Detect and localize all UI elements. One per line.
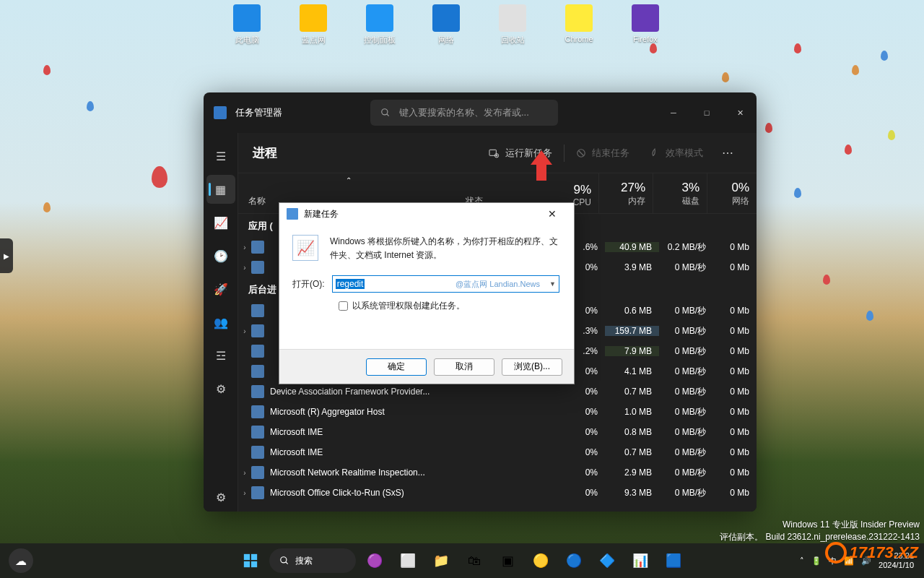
- network-cell: 0 Mb: [713, 366, 757, 376]
- network-cell: 0 Mb: [713, 427, 757, 437]
- svg-line-1: [387, 114, 389, 116]
- memory-cell: 1.0 MB: [605, 407, 659, 417]
- search-box[interactable]: 键入要搜索的名称、发布者或...: [370, 100, 558, 126]
- desktop-icon[interactable]: Firefox: [622, 4, 668, 46]
- taskbar: ☁ 搜索 🟣 ⬜ 📁 🛍 ▣ 🟡 🔵 🔷 📊 🟦 ˄ 🔋 中 📶 🔊 23:21…: [0, 543, 924, 578]
- run-dialog-icon: 📈: [292, 235, 318, 261]
- toolbar: 进程 运行新任务 结束任务 效率模式 ⋯: [238, 133, 757, 173]
- balloon: [823, 275, 830, 285]
- svg-point-0: [382, 109, 388, 115]
- disk-cell: 0 MB/秒: [659, 426, 713, 439]
- page-title: 进程: [253, 144, 277, 161]
- admin-checkbox[interactable]: [339, 301, 348, 311]
- maximize-button[interactable]: □: [690, 99, 723, 126]
- taskbar-copilot[interactable]: 🟣: [360, 546, 389, 575]
- header-memory[interactable]: 27%内存: [599, 173, 653, 213]
- taskbar-search[interactable]: 搜索: [269, 548, 356, 573]
- cancel-button[interactable]: 取消: [434, 358, 494, 376]
- search-icon: [279, 556, 289, 566]
- expand-icon[interactable]: ›: [238, 469, 251, 477]
- start-button[interactable]: [236, 546, 265, 575]
- search-placeholder: 键入要搜索的名称、发布者或...: [399, 106, 529, 119]
- header-network[interactable]: 0%网络: [707, 173, 757, 213]
- widgets-flyout-tab[interactable]: ▶: [0, 238, 13, 273]
- process-row[interactable]: › Microsoft Network Realtime Inspection.…: [238, 462, 757, 483]
- dialog-icon: [287, 208, 298, 220]
- efficiency-mode-button: 效率模式: [641, 141, 712, 165]
- more-menu-button[interactable]: ⋯: [715, 142, 742, 164]
- balloon: [888, 130, 895, 140]
- memory-cell: 0.7 MB: [605, 447, 659, 457]
- desktop-icon[interactable]: Chrome: [556, 4, 602, 46]
- disk-cell: 0 MB/秒: [659, 305, 713, 317]
- process-name: Microsoft Office Click-to-Run (SxS): [270, 488, 558, 498]
- dialog-close-button[interactable]: ✕: [538, 208, 567, 220]
- taskbar-store[interactable]: 🛍: [460, 546, 489, 575]
- network-cell: 0 Mb: [713, 306, 757, 316]
- balloon: [881, 51, 888, 61]
- process-name: Device Association Framework Provider...: [270, 387, 558, 397]
- process-icon: [251, 405, 264, 418]
- memory-cell: 4.1 MB: [605, 366, 659, 376]
- open-combobox[interactable]: regedit @蓝点网 Landian.News ▼: [332, 275, 559, 293]
- app-icon: [432, 4, 460, 32]
- disk-cell: 0 MB/秒: [659, 386, 713, 398]
- sort-indicator-icon: ⌃: [346, 176, 352, 184]
- memory-cell: 159.7 MB: [605, 326, 659, 336]
- network-cell: 0 Mb: [713, 467, 757, 478]
- taskbar-edge[interactable]: 🔵: [559, 546, 588, 575]
- memory-cell: 0.8 MB: [605, 427, 659, 437]
- process-row[interactable]: Microsoft IME 0% 0.8 MB 0 MB/秒 0 Mb: [238, 422, 757, 442]
- process-icon: [251, 345, 264, 358]
- ok-button[interactable]: 确定: [366, 358, 427, 376]
- desktop-icon[interactable]: 网络: [423, 4, 469, 46]
- taskbar-app1[interactable]: 🔷: [593, 546, 622, 575]
- process-icon: [251, 486, 264, 499]
- close-button[interactable]: ✕: [723, 99, 757, 126]
- header-disk[interactable]: 3%磁盘: [653, 173, 707, 213]
- disk-cell: 0 MB/秒: [659, 447, 713, 459]
- process-row[interactable]: Device Association Framework Provider...…: [238, 381, 757, 402]
- nav-startup[interactable]: 🚀: [206, 275, 235, 303]
- nav-users[interactable]: 👥: [206, 308, 235, 337]
- desktop-icon[interactable]: 蓝点网: [290, 4, 336, 46]
- tray-overflow-icon[interactable]: ˄: [800, 556, 804, 566]
- disk-cell: 0 MB/秒: [659, 325, 713, 337]
- expand-icon[interactable]: ›: [238, 327, 251, 335]
- desktop-icon[interactable]: 控制面板: [357, 4, 403, 46]
- process-row[interactable]: Microsoft IME 0% 0.7 MB 0 MB/秒 0 Mb: [238, 442, 757, 462]
- network-cell: 0 Mb: [713, 326, 757, 336]
- network-cell: 0 Mb: [713, 447, 757, 457]
- cpu-cell: 0%: [558, 387, 605, 397]
- nav-menu-button[interactable]: ☰: [206, 142, 235, 171]
- browse-button[interactable]: 浏览(B)...: [502, 358, 562, 376]
- nav-services[interactable]: ⚙: [206, 374, 235, 403]
- nav-settings[interactable]: ⚙: [206, 483, 235, 512]
- taskbar-terminal[interactable]: ▣: [493, 546, 522, 575]
- taskbar-taskmgr[interactable]: 📊: [626, 546, 655, 575]
- expand-icon[interactable]: ›: [238, 489, 251, 497]
- end-task-button: 结束任务: [567, 141, 638, 165]
- taskbar-app2[interactable]: 🟦: [659, 546, 688, 575]
- nav-performance[interactable]: 📈: [206, 208, 235, 237]
- nav-app-history[interactable]: 🕑: [206, 241, 235, 270]
- nav-processes[interactable]: ▦: [206, 175, 235, 204]
- taskbar-chrome[interactable]: 🟡: [526, 546, 555, 575]
- taskbar-task-view[interactable]: ⬜: [393, 546, 422, 575]
- weather-widget[interactable]: ☁: [9, 548, 33, 573]
- taskbar-explorer[interactable]: 📁: [427, 546, 456, 575]
- gear-icon: [825, 542, 847, 564]
- desktop-icon[interactable]: 回收站: [489, 4, 536, 46]
- expand-icon[interactable]: ›: [238, 264, 251, 272]
- process-row[interactable]: Microsoft (R) Aggregator Host 0% 1.0 MB …: [238, 402, 757, 422]
- minimize-button[interactable]: ─: [657, 99, 690, 126]
- expand-icon[interactable]: ›: [238, 243, 251, 251]
- network-cell: 0 Mb: [713, 346, 757, 356]
- desktop-icon[interactable]: 此电脑: [224, 4, 270, 46]
- svg-rect-11: [244, 561, 250, 567]
- nav-details[interactable]: ☲: [206, 341, 235, 370]
- cpu-cell: 0%: [558, 407, 605, 417]
- chevron-down-icon[interactable]: ▼: [549, 280, 556, 288]
- process-row[interactable]: › Microsoft Office Click-to-Run (SxS) 0%…: [238, 483, 757, 503]
- tray-battery-icon[interactable]: 🔋: [811, 556, 821, 566]
